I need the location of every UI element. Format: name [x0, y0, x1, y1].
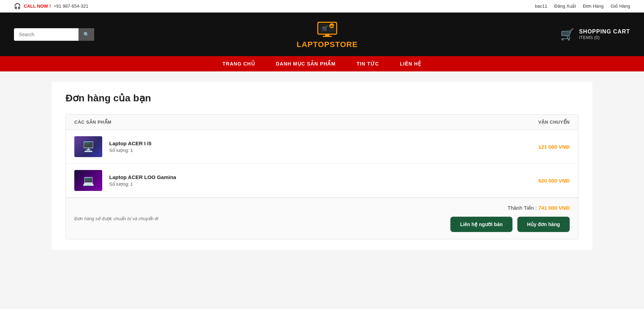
- nav-item-home[interactable]: TRANG CHỦ: [223, 61, 255, 67]
- cart-info: SHOPPING CART ITEMS (0): [579, 29, 630, 40]
- product-info-2: Laptop ACER LOO Gamina Số lượng: 1: [74, 170, 176, 191]
- main-content: Đơn hàng của bạn CÁC SẢN PHẨM VẬN CHUYỂN…: [52, 82, 592, 250]
- cart-icon: 🛒: [560, 28, 574, 41]
- logo-text: LAPTOPSTORE: [297, 40, 358, 49]
- product-image-1: [74, 136, 102, 157]
- table-row: Laptop ACER I i5 Số lượng: 1 121 000 VNĐ: [66, 130, 578, 164]
- nav-bar: TRANG CHỦ DANH MỤC SẢN PHẨM TIN TỨC LIÊN…: [0, 56, 644, 71]
- order-table-header: CÁC SẢN PHẨM VẬN CHUYỂN: [66, 115, 578, 130]
- product-price-2: 620 000 VNĐ: [538, 178, 570, 184]
- search-button[interactable]: 🔍: [78, 28, 94, 41]
- order-footer: Đơn hàng sẽ được chuẩn bị và chuyển đi T…: [66, 198, 578, 239]
- logo-svg: 🛒 BUY: [315, 20, 339, 39]
- logo-text-laptop: LAPTOP: [297, 40, 330, 49]
- user-link[interactable]: bac11: [535, 3, 547, 9]
- header: 🔍 🛒 BUY LAPTOPSTORE 🛒 SHOPPING CART ITEM…: [0, 13, 644, 56]
- product-qty-2: Số lượng: 1: [109, 181, 176, 187]
- page-title: Đơn hàng của bạn: [66, 92, 578, 104]
- product-name-2: Laptop ACER LOO Gamina: [109, 174, 176, 180]
- product-image-2: [74, 170, 102, 191]
- nav-item-products[interactable]: DANH MỤC SẢN PHẨM: [276, 61, 336, 67]
- table-row: Laptop ACER LOO Gamina Số lượng: 1 620 0…: [66, 164, 578, 198]
- cart-area[interactable]: 🛒 SHOPPING CART ITEMS (0): [560, 28, 630, 41]
- svg-text:BUY: BUY: [330, 25, 336, 28]
- search-icon: 🔍: [83, 32, 89, 37]
- call-now: 🎧 CALL NOW ! +91 987-654-321: [14, 3, 88, 9]
- col-shipping: VẬN CHUYỂN: [538, 119, 570, 125]
- cancel-order-button[interactable]: Hủy đơn hàng: [517, 217, 570, 232]
- product-name-1: Laptop ACER I i5: [109, 140, 151, 146]
- total-amount: 741 000 VNĐ: [538, 205, 570, 211]
- footer-buttons: Liên hệ người bán Hủy đơn hàng: [450, 217, 570, 232]
- order-footer-left: Đơn hàng sẽ được chuẩn bị và chuyển đi: [74, 216, 158, 221]
- product-details-2: Laptop ACER LOO Gamina Số lượng: 1: [109, 174, 176, 187]
- order-total-area: Thành Tiền : 741 000 VNĐ Liên hệ người b…: [450, 205, 570, 232]
- svg-text:🛒: 🛒: [322, 25, 328, 31]
- orders-link[interactable]: Đơn Hàng: [583, 3, 604, 9]
- product-price-1: 121 000 VNĐ: [538, 144, 570, 150]
- search-input[interactable]: [14, 28, 78, 41]
- logout-link[interactable]: Đăng Xuất: [554, 3, 576, 9]
- search-box: 🔍: [14, 28, 94, 41]
- cart-items: ITEMS (0): [579, 35, 630, 40]
- product-details-1: Laptop ACER I i5 Số lượng: 1: [109, 140, 151, 153]
- total-label: Thành Tiền :: [508, 205, 537, 211]
- svg-rect-3: [323, 36, 332, 37]
- logo-text-store: STORE: [330, 40, 358, 49]
- total-line: Thành Tiền : 741 000 VNĐ: [508, 205, 570, 211]
- order-note: Đơn hàng sẽ được chuẩn bị và chuyển đi: [74, 216, 158, 221]
- nav-item-news[interactable]: TIN TỨC: [357, 61, 379, 67]
- contact-seller-button[interactable]: Liên hệ người bán: [450, 217, 512, 232]
- cart-nav-link[interactable]: Giỏ Hàng: [611, 3, 630, 9]
- logo[interactable]: 🛒 BUY LAPTOPSTORE: [297, 20, 358, 49]
- call-label: CALL NOW !: [24, 3, 51, 9]
- call-number: +91 987-654-321: [54, 3, 88, 9]
- col-products: CÁC SẢN PHẨM: [74, 119, 111, 125]
- order-card: CÁC SẢN PHẨM VẬN CHUYỂN Laptop ACER I i5…: [66, 114, 578, 239]
- product-qty-1: Số lượng: 1: [109, 148, 151, 153]
- nav-item-contact[interactable]: LIÊN HỆ: [400, 61, 421, 67]
- product-info-1: Laptop ACER I i5 Số lượng: 1: [74, 136, 151, 157]
- headphone-icon: 🎧: [14, 3, 21, 9]
- cart-title: SHOPPING CART: [579, 29, 630, 35]
- top-bar-right: bac11 Đăng Xuất Đơn Hàng Giỏ Hàng: [535, 3, 630, 9]
- top-bar: 🎧 CALL NOW ! +91 987-654-321 bac11 Đăng …: [0, 0, 644, 13]
- svg-rect-2: [325, 34, 329, 36]
